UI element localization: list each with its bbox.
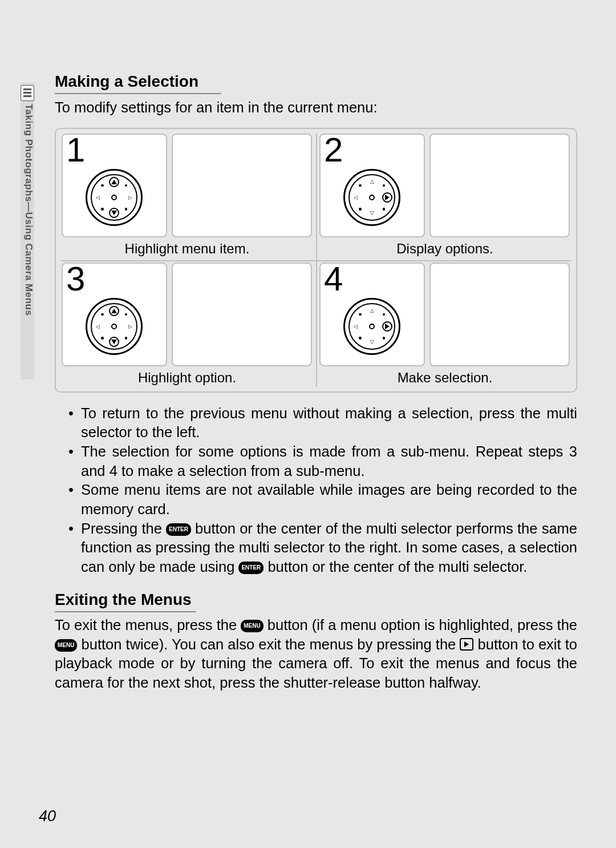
bullet-2: The selection for some options is made f… [78,442,577,480]
step-4-screen-box [429,263,570,366]
step-2-number: 2 [324,130,343,169]
step-2-control-box: 2 △▽◁ [319,134,425,237]
step-1-screen-box [172,134,312,237]
horizontal-divider [60,260,572,261]
bullet-3: Some menu items are not available while … [78,480,577,519]
step-4-cell: 4 △▽◁ Make selection. [316,260,574,389]
step-3-cell: 3 ◁▷ Highlight option. [58,260,316,389]
step-4-number: 4 [324,259,343,298]
heading2-underline [55,611,196,612]
step-1-number: 1 [66,130,85,169]
multi-selector-up-down-icon: ◁▷ [86,298,143,355]
playback-button-icon [460,638,473,651]
exit-paragraph: To exit the menus, press the MENU button… [55,616,577,693]
multi-selector-up-down-icon: ◁▷ [86,169,143,226]
step-3-caption: Highlight option. [62,370,313,386]
menu-button-icon: MENU [55,639,77,652]
exit-text-b: button (if a menu option is highlighted,… [264,617,577,633]
step-3-number: 3 [66,259,85,298]
step-4-control-box: 4 △▽◁ [319,263,425,366]
step-3-screen-box [172,263,312,366]
page-content: Making a Selection To modify settings fo… [0,0,616,848]
step-3-control-box: 3 ◁▷ [62,263,167,366]
heading-exiting-menus: Exiting the Menus [55,589,577,610]
step-4-caption: Make selection. [319,370,570,386]
bullet-4-text-a: Pressing the [81,520,166,536]
multi-selector-right-icon: △▽◁ [343,169,400,226]
page-number: 40 [39,807,56,825]
bullet-1: To return to the previous menu without m… [78,404,577,442]
bullet-list: To return to the previous menu without m… [55,404,577,577]
step-2-cell: 2 △▽◁ Display options. [316,131,574,260]
multi-selector-right-icon: △▽◁ [343,298,400,355]
lead-paragraph: To modify settings for an item in the cu… [55,98,577,117]
menu-button-icon: MENU [241,620,263,632]
step-2-caption: Display options. [319,241,570,257]
step-1-cell: 1 ◁▷ Highlight menu item. [58,131,316,260]
step-1-control-box: 1 ◁▷ [62,134,167,237]
steps-frame: 1 ◁▷ Highlight menu item. [55,128,577,393]
exit-text-a: To exit the menus, press the [55,617,241,633]
heading-making-selection: Making a Selection [55,71,577,92]
bullet-4: Pressing the ENTER button or the center … [78,519,577,577]
enter-button-icon: ENTER [166,523,191,536]
heading-underline [55,93,221,94]
bullet-4-text-c: button or the center of the multi select… [264,559,527,575]
enter-button-icon: ENTER [238,562,264,574]
step-1-caption: Highlight menu item. [62,241,313,257]
step-2-screen-box [429,134,570,237]
exit-text-c: button twice). You can also exit the men… [77,636,460,652]
